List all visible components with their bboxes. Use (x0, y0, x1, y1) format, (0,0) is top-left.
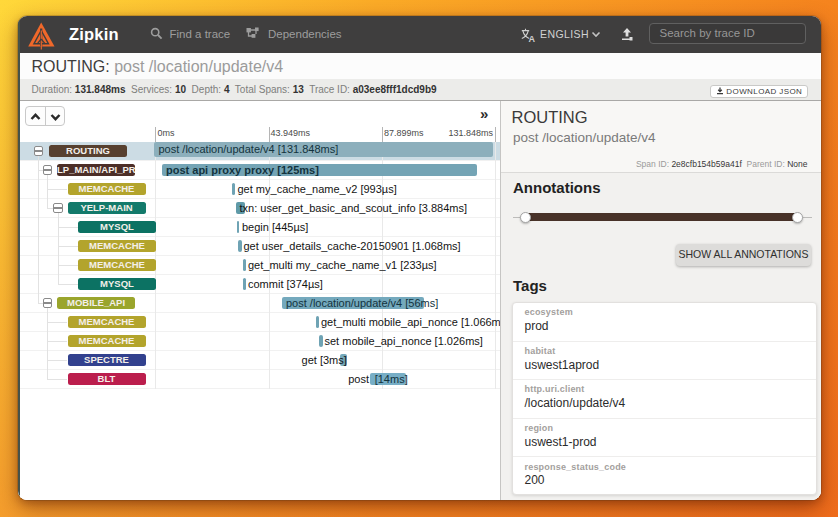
svg-text:A: A (529, 33, 536, 41)
